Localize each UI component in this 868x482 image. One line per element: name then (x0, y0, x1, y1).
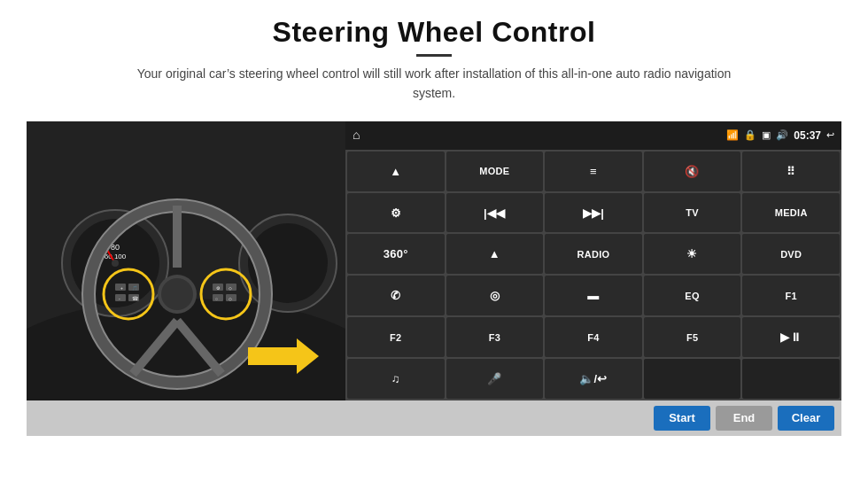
page-title: Steering Wheel Control (124, 16, 744, 49)
grid-btn-phone[interactable]: ✆ (347, 276, 445, 315)
time-display: 05:37 (794, 129, 821, 142)
sim-icon: ▣ (762, 129, 771, 141)
prev-icon: |◀◀ (484, 206, 506, 220)
svg-text:60  100: 60 100 (105, 253, 127, 260)
button-grid: ▲MODE≡🔇⠿⚙|◀◀▶▶|TVMEDIA360°▲RADIO☀DVD✆◎▬E… (345, 150, 841, 400)
next-icon: ▶▶| (583, 206, 605, 220)
grid-btn-next[interactable]: ▶▶| (545, 193, 642, 233)
grid-btn-dvd[interactable]: DVD (742, 234, 840, 274)
brightness-icon: ☀ (686, 247, 697, 260)
grid-btn-f2[interactable]: F2 (347, 317, 445, 357)
apps-icon: ⠿ (787, 165, 795, 178)
grid-btn-f3[interactable]: F3 (446, 317, 544, 357)
title-divider (416, 54, 452, 57)
status-right: 📶 🔒 ▣ 🔊 05:37 ↩ (726, 129, 834, 142)
grid-btn-mirror[interactable]: ▬ (545, 276, 642, 315)
grid-btn-vol[interactable]: 🔈/↩ (545, 359, 642, 399)
grid-btn-f4[interactable]: F4 (545, 317, 642, 357)
status-bar: ⌂ 📶 🔒 ▣ 🔊 05:37 ↩ (345, 121, 841, 150)
playpause-icon: ▶⏸ (780, 330, 802, 344)
end-button[interactable]: End (716, 406, 772, 431)
svg-point-7 (112, 260, 119, 267)
mic-icon: 🎤 (487, 372, 501, 385)
grid-btn-empty2 (742, 359, 840, 399)
lock-icon: 🔒 (744, 129, 756, 141)
wifi-icon: 📶 (726, 129, 739, 141)
grid-btn-empty1 (644, 359, 741, 399)
grid-btn-radio[interactable]: RADIO (545, 234, 642, 274)
grid-btn-mode[interactable]: MODE (446, 152, 544, 191)
home-icon[interactable]: ⌂ (353, 128, 360, 143)
status-left: ⌂ (353, 128, 360, 143)
svg-text:○: ○ (215, 296, 218, 301)
return-icon: ↩ (826, 129, 834, 141)
grid-btn-media[interactable]: MEDIA (742, 193, 840, 233)
grid-btn-mute[interactable]: 🔇 (644, 152, 741, 191)
mirror-icon: ▬ (587, 289, 599, 302)
grid-btn-eq[interactable]: EQ (644, 276, 741, 315)
grid-btn-360cam[interactable]: 360° (347, 234, 445, 274)
grid-btn-music[interactable]: ♫ (347, 359, 445, 399)
vol-icon: 🔈/↩ (579, 372, 608, 385)
music-icon: ♫ (391, 372, 400, 385)
phone-icon: ✆ (391, 289, 400, 302)
360cam-icon: 360° (384, 247, 408, 260)
svg-text:+: + (120, 285, 123, 291)
grid-btn-f5[interactable]: F5 (644, 317, 741, 357)
grid-btn-playpause[interactable]: ▶⏸ (742, 317, 840, 357)
grid-btn-f1[interactable]: F1 (742, 276, 840, 315)
svg-rect-20 (115, 294, 126, 301)
grid-btn-eject[interactable]: ▲ (446, 234, 544, 274)
svg-text:◇: ◇ (229, 285, 232, 291)
control-panel: ⌂ 📶 🔒 ▣ 🔊 05:37 ↩ ▲MODE≡🔇⠿⚙|◀◀▶▶|TVMEDIA… (345, 121, 841, 400)
grid-btn-nav[interactable]: ▲ (347, 152, 445, 191)
svg-text:◇: ◇ (229, 296, 232, 301)
grid-btn-mic[interactable]: 🎤 (446, 359, 544, 399)
grid-btn-prev[interactable]: |◀◀ (446, 193, 544, 233)
title-section: Steering Wheel Control Your original car… (124, 16, 744, 104)
eject-icon: ▲ (489, 247, 500, 260)
mute-icon: 🔇 (685, 165, 699, 178)
list-icon: ≡ (590, 165, 597, 178)
svg-text:🎵: 🎵 (132, 285, 138, 292)
nav-icon: ▲ (390, 165, 401, 178)
bluetooth-icon: 🔊 (776, 129, 788, 141)
page-wrapper: Steering Wheel Control Your original car… (0, 0, 868, 482)
grid-btn-settings[interactable]: ⚙ (347, 193, 445, 233)
bottom-bar: Start End Clear (27, 400, 841, 436)
start-button[interactable]: Start (654, 406, 710, 431)
navi-icon: ◎ (490, 289, 500, 302)
content-row: 80 60 100 (27, 121, 841, 400)
page-subtitle: Your original car’s steering wheel contr… (124, 64, 744, 104)
car-image: 80 60 100 (27, 121, 345, 400)
svg-point-16 (161, 278, 193, 310)
grid-btn-tv[interactable]: TV (644, 193, 741, 233)
grid-btn-brightness[interactable]: ☀ (644, 234, 741, 274)
grid-btn-apps[interactable]: ⠿ (742, 152, 840, 191)
clear-button[interactable]: Clear (778, 406, 834, 431)
grid-btn-list[interactable]: ≡ (545, 152, 642, 191)
svg-text:☎: ☎ (132, 296, 139, 301)
settings-icon: ⚙ (391, 206, 401, 220)
grid-btn-navi[interactable]: ◎ (446, 276, 544, 315)
